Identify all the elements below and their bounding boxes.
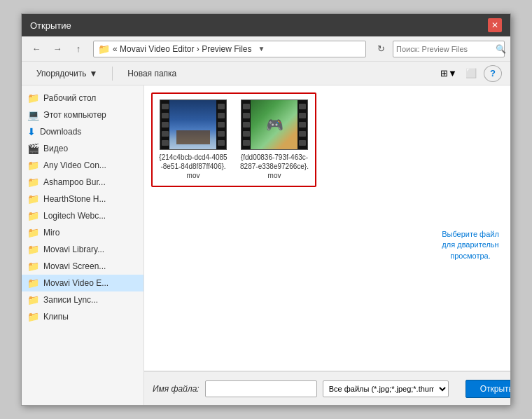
sidebar-item-desktop[interactable]: 📁 Рабочий стол	[22, 90, 144, 107]
sidebar-item-logitech[interactable]: 📁 Logitech Webc...	[22, 207, 144, 224]
film-hole	[243, 131, 250, 137]
list-item[interactable]: {214c4bcb-dcd4-4085-8e51-84d8f87ff406}.m…	[158, 99, 228, 180]
thumbnail-image	[169, 99, 217, 150]
open-button[interactable]: Открыть	[465, 380, 510, 398]
folder-icon: 📁	[27, 227, 39, 238]
title-bar: Открытие ✕	[22, 14, 510, 36]
film-strip-right	[216, 100, 226, 149]
download-icon: ⬇	[27, 126, 36, 137]
film-hole	[299, 113, 306, 118]
file-thumbnail	[160, 99, 227, 150]
view-options-button[interactable]: ⊞▼	[439, 65, 458, 82]
folder-icon: 📁	[27, 244, 39, 255]
organize-button[interactable]: Упорядочить ▼	[30, 65, 104, 82]
breadcrumb-text: « Movavi Video Editor › Preview Files	[113, 44, 252, 54]
folder-icon: 📁	[27, 311, 39, 322]
dialog-title: Открытие	[30, 20, 71, 31]
sidebar-item-label: Записи Lync...	[43, 295, 98, 305]
film-hole	[162, 122, 169, 128]
sidebar-item-label: Ashampoo Bur...	[43, 177, 106, 187]
film-strip-left	[160, 100, 170, 149]
folder-icon: 📁	[27, 261, 39, 272]
bottom-row: Имя файла: Все файлы (*.jpg;*.jpeg;*.thu…	[144, 371, 510, 405]
selection-box: {214c4bcb-dcd4-4085-8e51-84d8f87ff406}.m…	[151, 92, 316, 187]
sidebar-item-label: Этот компьютер	[43, 110, 106, 120]
film-strip-right	[298, 100, 307, 149]
sidebar-item-label: Рабочий стол	[43, 93, 96, 103]
folder-icon: 📁	[27, 177, 39, 188]
film-hole	[218, 104, 225, 109]
breadcrumb: 📁 « Movavi Video Editor › Preview Files …	[93, 41, 366, 57]
help-button[interactable]: ?	[484, 65, 502, 82]
sidebar-item-movavi-video[interactable]: 📁 Movavi Video E...	[22, 275, 144, 291]
filename-input[interactable]	[205, 380, 317, 397]
sidebar-item-movavi-screen[interactable]: 📁 Movavi Screen...	[22, 258, 144, 275]
forward-button[interactable]: →	[48, 41, 66, 57]
search-input[interactable]	[396, 45, 493, 53]
sidebar-item-label: Movavi Screen...	[43, 261, 106, 271]
back-button[interactable]: ←	[27, 41, 46, 57]
view-toggle-button[interactable]: ⬜	[461, 65, 481, 82]
sidebar-item-movavi-lib[interactable]: 📁 Movavi Library...	[22, 241, 144, 258]
file-thumbnail	[241, 99, 308, 150]
sidebar-item-video[interactable]: 🎬 Видео	[22, 140, 144, 157]
video-icon: 🎬	[27, 143, 39, 154]
preview-hint: Выберите файл для дварительн просмотра.	[439, 229, 502, 261]
toolbar: Упорядочить ▼ Новая папка ⊞▼ ⬜ ?	[22, 62, 510, 85]
folder-icon: 📁	[27, 210, 39, 221]
search-box: 🔍	[393, 41, 505, 57]
organize-label: Упорядочить	[36, 69, 86, 78]
sidebar-item-downloads[interactable]: ⬇ Downloads	[22, 123, 144, 140]
film-hole	[218, 122, 225, 128]
sidebar-item-label: HearthStone H...	[43, 194, 106, 204]
breadcrumb-dropdown[interactable]: ▼	[255, 41, 269, 57]
computer-icon: 💻	[27, 109, 39, 121]
folder-icon: 📁	[27, 160, 39, 171]
sidebar-item-klipy[interactable]: 📁 Клипы	[22, 308, 144, 325]
film-hole	[243, 122, 250, 128]
file-name: {fdd00836-793f-463c-8287-e338e97266ce}.m…	[239, 153, 309, 180]
sidebar-item-label: Miro	[43, 228, 59, 238]
sidebar-item-computer[interactable]: 💻 Этот компьютер	[22, 107, 144, 123]
sidebar-item-any-video[interactable]: 📁 Any Video Con...	[22, 157, 144, 174]
sidebar-item-label: Видео	[43, 144, 68, 153]
sidebar-item-label: Movavi Library...	[43, 245, 104, 254]
film-hole	[299, 122, 306, 128]
footer-filename-row: Имя файла: Все файлы (*.jpg;*.jpeg;*.thu…	[144, 371, 457, 405]
film-hole	[218, 140, 225, 146]
open-dialog: Открытие ✕ ← → ↑ 📁 « Movavi Video Editor…	[21, 13, 511, 406]
filename-label: Имя файла:	[153, 384, 200, 394]
new-folder-button[interactable]: Новая папка	[121, 65, 183, 82]
up-button[interactable]: ↑	[69, 41, 88, 57]
search-icon: 🔍	[496, 44, 506, 54]
film-hole	[299, 104, 306, 109]
film-hole	[162, 113, 169, 118]
toolbar-separator	[112, 67, 113, 81]
film-hole	[162, 140, 169, 146]
sidebar-item-ashampoo[interactable]: 📁 Ashampoo Bur...	[22, 174, 144, 191]
nav-bar: ← → ↑ 📁 « Movavi Video Editor › Preview …	[22, 36, 510, 62]
film-hole	[218, 113, 225, 118]
sidebar: 📁 Рабочий стол 💻 Этот компьютер ⬇ Downlo…	[22, 85, 144, 405]
body-area: 📁 Рабочий стол 💻 Этот компьютер ⬇ Downlo…	[22, 85, 510, 405]
refresh-button[interactable]: ↻	[372, 41, 390, 57]
folder-icon: 📁	[27, 92, 39, 104]
list-item[interactable]: {fdd00836-793f-463c-8287-e338e97266ce}.m…	[239, 99, 309, 180]
filetype-dropdown[interactable]: Все файлы (*.jpg;*.jpeg;*.thum	[323, 380, 449, 397]
film-hole	[218, 131, 225, 137]
sidebar-item-label: Logitech Webc...	[43, 211, 106, 221]
film-hole	[299, 131, 306, 137]
sidebar-item-miro[interactable]: 📁 Miro	[22, 224, 144, 241]
sidebar-item-zapiski[interactable]: 📁 Записи Lync...	[22, 291, 144, 308]
toolbar-right: ⊞▼ ⬜ ?	[439, 65, 502, 82]
file-name: {214c4bcb-dcd4-4085-8e51-84d8f87ff406}.m…	[158, 153, 228, 180]
sidebar-item-hearthstone[interactable]: 📁 HearthStone H...	[22, 191, 144, 207]
film-hole	[243, 104, 250, 109]
files-area: {214c4bcb-dcd4-4085-8e51-84d8f87ff406}.m…	[144, 85, 510, 371]
film-hole	[243, 140, 250, 146]
film-strip-left	[241, 100, 251, 149]
close-button[interactable]: ✕	[488, 18, 502, 32]
folder-icon: 📁	[27, 193, 39, 205]
sidebar-item-label: Клипы	[43, 312, 69, 322]
sidebar-item-label: Downloads	[40, 127, 81, 137]
